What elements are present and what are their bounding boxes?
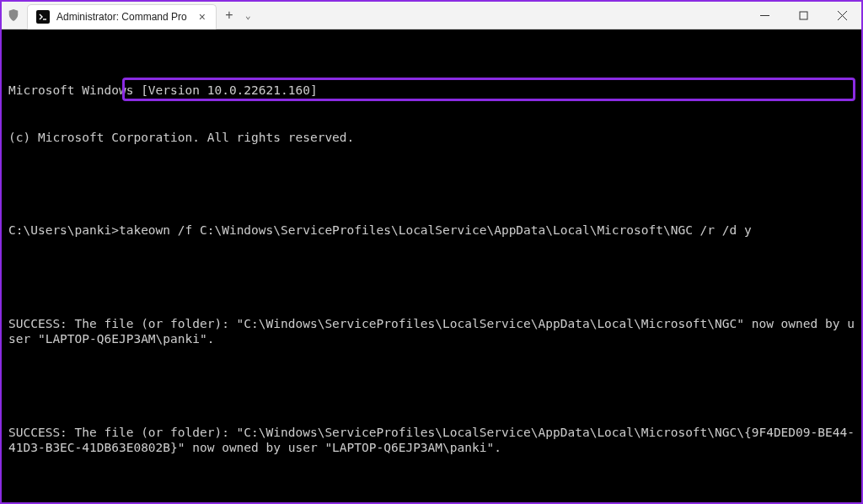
- terminal-output: SUCCESS: The file (or folder): "C:\Windo…: [8, 425, 855, 457]
- tab-title: Administrator: Command Pro: [56, 11, 187, 23]
- svg-rect-0: [800, 12, 807, 19]
- tab-dropdown-icon[interactable]: ⌄: [242, 10, 255, 21]
- terminal-output: Microsoft Windows [Version 10.0.22621.16…: [8, 83, 855, 99]
- terminal-icon: [36, 10, 50, 24]
- terminal-prompt-line: C:\Users\panki>takeown /f C:\Windows\Ser…: [8, 223, 855, 239]
- minimize-button[interactable]: [745, 2, 784, 29]
- close-window-button[interactable]: [823, 2, 861, 29]
- terminal-output: (c) Microsoft Corporation. All rights re…: [8, 130, 855, 146]
- close-tab-icon[interactable]: ×: [199, 10, 206, 24]
- shield-icon: [2, 9, 25, 21]
- prompt: C:\Users\panki>: [8, 223, 119, 237]
- terminal-pane[interactable]: Microsoft Windows [Version 10.0.22621.16…: [2, 29, 861, 502]
- command-input: takeown /f C:\Windows\ServiceProfiles\Lo…: [119, 223, 752, 237]
- new-tab-button[interactable]: +: [217, 8, 242, 23]
- maximize-button[interactable]: [784, 2, 823, 29]
- terminal-output: SUCCESS: The file (or folder): "C:\Windo…: [8, 316, 855, 348]
- tab-command-prompt[interactable]: Administrator: Command Pro ×: [27, 4, 217, 29]
- title-bar: Administrator: Command Pro × + ⌄: [2, 2, 861, 29]
